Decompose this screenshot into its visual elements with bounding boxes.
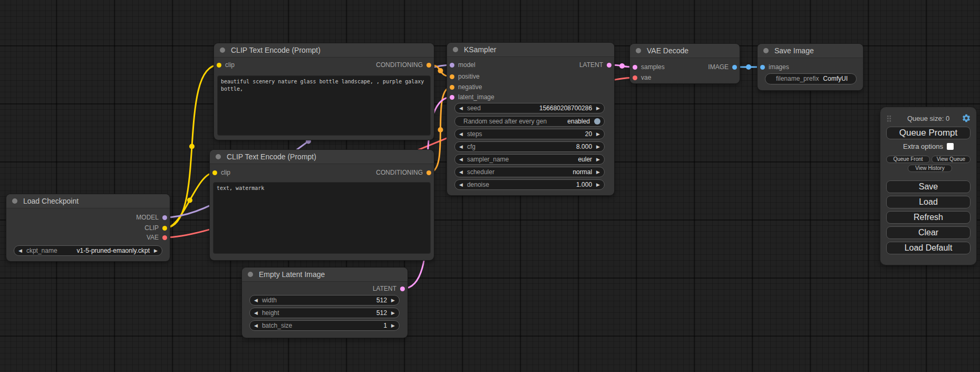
increment-arrow-icon[interactable]: ▶ — [592, 106, 604, 111]
collapse-dot-icon[interactable] — [453, 47, 458, 52]
latent_image-input-dot-icon[interactable] — [450, 95, 454, 100]
node-clip_pos[interactable]: CLIP Text Encode (Prompt)clipCONDITIONIN… — [214, 43, 434, 140]
decrement-arrow-icon[interactable]: ◀ — [455, 145, 467, 149]
widget-filename_prefix[interactable]: filename_prefixComfyUI — [765, 73, 857, 84]
decrement-arrow-icon[interactable]: ◀ — [250, 298, 262, 303]
widget-batch_size[interactable]: ◀batch_size1▶ — [249, 320, 400, 331]
collapse-dot-icon[interactable] — [248, 272, 253, 277]
widget-ckpt_name[interactable]: ◀ckpt_namev1-5-pruned-emaonly.ckpt▶ — [14, 245, 162, 256]
widget-label: denoise — [467, 181, 576, 188]
view-history-button[interactable]: View History — [908, 165, 952, 172]
collapse-dot-icon[interactable] — [216, 154, 221, 159]
increment-arrow-icon[interactable]: ▶ — [387, 298, 399, 303]
toggle-circle-icon[interactable] — [594, 118, 600, 125]
vae-input-dot-icon[interactable] — [633, 75, 637, 80]
load-button[interactable]: Load — [886, 196, 971, 208]
node-title-bar[interactable]: KSampler — [447, 43, 614, 57]
CONDITIONING-output-dot-icon[interactable] — [426, 170, 431, 175]
increment-arrow-icon[interactable]: ▶ — [592, 145, 604, 149]
decrement-arrow-icon[interactable]: ◀ — [455, 157, 467, 162]
node-vae_decode[interactable]: VAE DecodesamplesvaeIMAGE — [630, 44, 740, 83]
CONDITIONING-output-dot-icon[interactable] — [426, 63, 431, 68]
increment-arrow-icon[interactable]: ▶ — [592, 132, 604, 137]
decrement-arrow-icon[interactable]: ◀ — [455, 170, 467, 175]
samples-input-dot-icon[interactable] — [633, 65, 637, 70]
widget-width[interactable]: ◀width512▶ — [249, 295, 400, 306]
widget-random-seed-after-every-gen[interactable]: Random seed after every genenabled — [454, 116, 605, 127]
decrement-arrow-icon[interactable]: ◀ — [455, 132, 467, 137]
model-input-dot-icon[interactable] — [450, 63, 454, 68]
LATENT-output-dot-icon[interactable] — [400, 287, 405, 291]
positive-input-dot-icon[interactable] — [450, 74, 454, 79]
decrement-arrow-icon[interactable]: ◀ — [455, 183, 467, 187]
collapse-dot-icon[interactable] — [763, 48, 769, 53]
input-slot-vae: vae — [633, 73, 651, 82]
view-queue-button[interactable]: View Queue — [932, 156, 971, 163]
queue-menu-panel[interactable]: Queue size: 0 Queue Prompt Extra options… — [880, 107, 976, 265]
increment-arrow-icon[interactable]: ▶ — [150, 249, 162, 253]
refresh-button[interactable]: Refresh — [886, 211, 971, 224]
link-midpoint-dot — [746, 64, 751, 70]
node-save_image[interactable]: Save Imageimagesfilename_prefixComfyUI — [758, 44, 863, 90]
prompt-textarea[interactable]: beautiful scenery nature glass bottle la… — [217, 75, 431, 136]
increment-arrow-icon[interactable]: ▶ — [387, 323, 399, 328]
widget-sampler_name[interactable]: ◀sampler_nameeuler▶ — [454, 154, 605, 165]
output-slot-label: CONDITIONING — [376, 61, 423, 69]
output-slot-label: IMAGE — [708, 63, 729, 71]
node-title-bar[interactable]: Save Image — [758, 44, 863, 58]
collapse-dot-icon[interactable] — [12, 198, 17, 204]
node-load_checkpoint[interactable]: Load CheckpointMODELCLIPVAE◀ckpt_namev1-… — [6, 194, 170, 261]
decrement-arrow-icon[interactable]: ◀ — [250, 311, 262, 316]
node-title-bar[interactable]: VAE Decode — [630, 44, 740, 58]
node-ksampler[interactable]: KSamplermodelpositivenegativelatent_imag… — [447, 43, 614, 195]
node-title-label: Empty Latent Image — [259, 268, 325, 281]
node-title-bar[interactable]: CLIP Text Encode (Prompt) — [214, 43, 434, 58]
save-button[interactable]: Save — [886, 180, 971, 193]
node-empty_latent[interactable]: Empty Latent ImageLATENT◀width512▶◀heigh… — [242, 268, 407, 338]
collapse-dot-icon[interactable] — [636, 48, 641, 53]
prompt-textarea[interactable]: text, watermark — [213, 182, 431, 254]
input-slot-images: images — [760, 63, 789, 71]
link-midpoint-dot — [438, 68, 443, 73]
widget-label: sampler_name — [467, 156, 578, 163]
increment-arrow-icon[interactable]: ▶ — [592, 183, 604, 187]
node-title-bar[interactable]: Empty Latent Image — [242, 268, 407, 282]
node-title-bar[interactable]: CLIP Text Encode (Prompt) — [210, 150, 434, 164]
output-slot-LATENT: LATENT — [373, 284, 405, 293]
widget-height[interactable]: ◀height512▶ — [249, 308, 400, 318]
images-input-dot-icon[interactable] — [760, 65, 765, 70]
clear-button[interactable]: Clear — [886, 226, 971, 239]
decrement-arrow-icon[interactable]: ◀ — [250, 323, 262, 328]
node-title-bar[interactable]: Load Checkpoint — [6, 194, 170, 208]
VAE-output-dot-icon[interactable] — [162, 235, 167, 240]
LATENT-output-dot-icon[interactable] — [607, 63, 612, 68]
MODEL-output-dot-icon[interactable] — [162, 215, 167, 220]
negative-input-dot-icon[interactable] — [450, 85, 454, 90]
clip-input-dot-icon[interactable] — [212, 170, 217, 175]
widget-seed[interactable]: ◀seed156680208700286▶ — [454, 103, 605, 113]
IMAGE-output-dot-icon[interactable] — [732, 65, 737, 70]
queue-front-button[interactable]: Queue Front — [886, 156, 930, 163]
input-slot-latent_image: latent_image — [450, 93, 494, 101]
increment-arrow-icon[interactable]: ▶ — [387, 311, 399, 316]
input-slot-label: samples — [641, 63, 665, 71]
CLIP-output-dot-icon[interactable] — [162, 226, 167, 231]
input-slot-clip: clip — [212, 168, 230, 177]
clip-input-dot-icon[interactable] — [217, 63, 221, 68]
output-slot-label: LATENT — [373, 285, 396, 292]
comfyui-canvas[interactable]: { "app_title": "ComfyUI workflow graph",… — [0, 0, 980, 372]
widget-steps[interactable]: ◀steps20▶ — [454, 129, 605, 139]
decrement-arrow-icon[interactable]: ◀ — [14, 249, 26, 253]
collapse-dot-icon[interactable] — [220, 47, 225, 53]
widget-scheduler[interactable]: ◀schedulernormal▶ — [454, 167, 605, 177]
increment-arrow-icon[interactable]: ▶ — [592, 157, 604, 162]
widget-denoise[interactable]: ◀denoise1.000▶ — [454, 179, 605, 190]
load-default-button[interactable]: Load Default — [886, 242, 971, 254]
widget-cfg[interactable]: ◀cfg8.000▶ — [454, 141, 605, 152]
extra-options-checkbox[interactable] — [947, 143, 954, 150]
queue-prompt-button[interactable]: Queue Prompt — [886, 127, 971, 139]
gear-icon[interactable] — [962, 113, 971, 123]
increment-arrow-icon[interactable]: ▶ — [592, 170, 604, 175]
decrement-arrow-icon[interactable]: ◀ — [455, 106, 467, 111]
node-clip_neg[interactable]: CLIP Text Encode (Prompt)clipCONDITIONIN… — [210, 150, 434, 260]
